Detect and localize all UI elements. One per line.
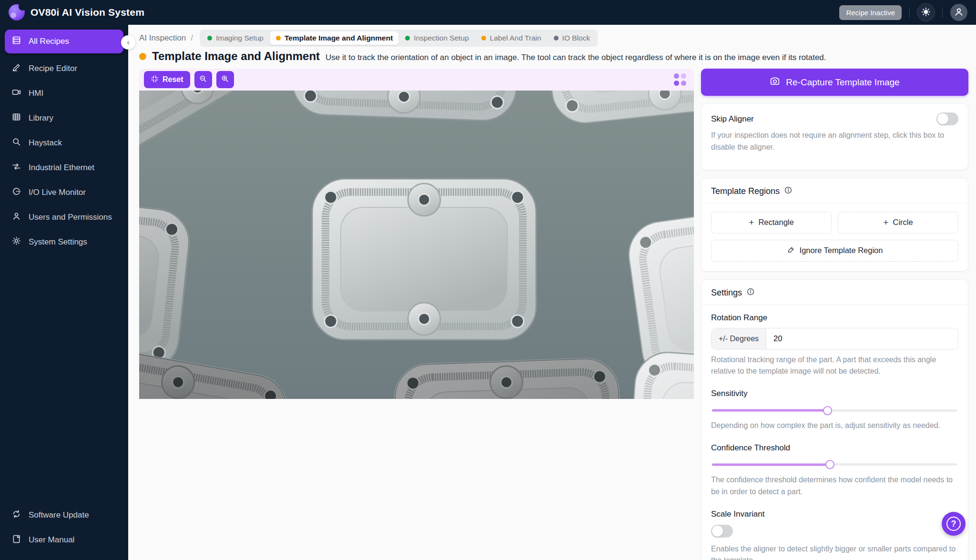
page-subtitle: Use it to track the orientation of an ob… <box>325 53 826 62</box>
fit-view-icon <box>151 75 159 85</box>
degrees-prefix: +/- Degrees <box>712 328 766 349</box>
marker-pen-icon <box>787 245 795 256</box>
step-status-dot <box>481 36 486 41</box>
plus-icon: + <box>749 218 754 227</box>
reset-view-button[interactable]: Reset <box>144 71 190 88</box>
sidebar-item-label: Software Update <box>29 510 89 520</box>
breadcrumb-separator: / <box>191 33 193 43</box>
grid-icon <box>11 112 21 124</box>
rotation-range-input[interactable] <box>766 328 958 349</box>
scale-invariant-label: Scale Invariant <box>711 509 958 519</box>
step-status-dot <box>405 36 410 41</box>
ignore-template-region-button[interactable]: Ignore Template Region <box>711 240 958 262</box>
confidence-threshold-slider[interactable] <box>712 459 957 470</box>
add-circle-region-button[interactable]: + Circle <box>838 212 958 234</box>
info-icon[interactable] <box>746 287 755 298</box>
sidebar-item-label: System Settings <box>29 237 87 247</box>
app-logo-icon <box>9 4 25 20</box>
sidebar: All Recipes Recipe Editor HMI <box>0 25 128 560</box>
step-inspection-setup[interactable]: Inspection Setup <box>399 31 474 45</box>
add-rectangle-region-button[interactable]: + Rectangle <box>711 212 832 234</box>
theme-toggle-button[interactable] <box>917 4 935 21</box>
reset-label: Reset <box>163 75 183 84</box>
page-status-dot <box>139 53 146 60</box>
sun-icon <box>921 7 931 18</box>
topbar-actions: Recipe Inactive <box>839 4 967 21</box>
zoom-in-button[interactable] <box>216 71 234 88</box>
skip-aligner-label: Skip Aligner <box>711 114 754 124</box>
sensitivity-slider[interactable] <box>712 405 957 416</box>
sidebar-item-label: Haystack <box>29 138 62 148</box>
step-label: Inspection Setup <box>414 34 468 42</box>
zoom-out-icon <box>199 74 207 85</box>
sidebar-item-label: Users and Permissions <box>29 213 112 222</box>
settings-title: Settings <box>711 288 742 298</box>
info-icon[interactable] <box>784 186 793 197</box>
sidebar-item-software-update[interactable]: Software Update <box>5 503 123 528</box>
breadcrumb-root[interactable]: AI Inspection <box>139 33 186 43</box>
ignore-region-label: Ignore Template Region <box>800 246 883 255</box>
video-camera-icon <box>11 87 21 100</box>
app-title: OV80i AI Vision System <box>30 7 144 18</box>
circle-label: Circle <box>893 218 913 227</box>
confidence-threshold-group: Confidence Threshold The confidence thre… <box>711 443 958 498</box>
template-regions-card: Template Regions + Rectangle <box>701 178 968 272</box>
template-regions-title: Template Regions <box>711 186 780 196</box>
step-template-image-alignment[interactable]: Template Image and Alignment <box>270 31 398 45</box>
scale-invariant-toggle[interactable] <box>711 525 733 538</box>
sidebar-item-industrial-ethernet[interactable]: Industrial Ethernet <box>5 155 123 180</box>
step-label-and-train[interactable]: Label And Train <box>476 31 547 45</box>
step-io-block[interactable]: IO Block <box>548 31 596 45</box>
sidebar-item-label: User Manual <box>29 535 74 545</box>
sidebar-item-user-manual[interactable]: User Manual <box>5 528 123 552</box>
main-content: AI Inspection / Imaging Setup Template I… <box>128 25 976 560</box>
sidebar-item-label: HMI <box>29 89 43 98</box>
brand: OV80i AI Vision System <box>9 4 144 20</box>
sidebar-item-users-permissions[interactable]: Users and Permissions <box>5 205 123 230</box>
chevron-left-icon: ‹ <box>127 38 130 47</box>
sidebar-item-io-live-monitor[interactable]: I/O Live Monitor <box>5 180 123 205</box>
sidebar-item-label: Industrial Ethernet <box>29 163 94 173</box>
search-icon <box>11 137 21 149</box>
sidebar-item-library[interactable]: Library <box>5 106 123 131</box>
skip-aligner-toggle[interactable] <box>936 112 958 125</box>
sidebar-collapse-button[interactable]: ‹ <box>121 35 135 50</box>
settings-panel: Re-Capture Template Image Skip Aligner I… <box>701 69 968 560</box>
io-monitor-icon <box>11 186 21 199</box>
breadcrumb: AI Inspection / Imaging Setup Template I… <box>139 29 968 48</box>
camera-icon <box>770 76 780 89</box>
top-bar: OV80i AI Vision System Recipe Inactive <box>0 0 976 25</box>
step-label: Label And Train <box>490 34 541 42</box>
recapture-template-button[interactable]: Re-Capture Template Image <box>701 69 968 96</box>
user-avatar-button[interactable] <box>950 4 967 21</box>
sidebar-item-label: Recipe Editor <box>29 64 77 73</box>
step-status-dot <box>554 36 559 41</box>
sidebar-item-recipe-editor[interactable]: Recipe Editor <box>5 56 123 81</box>
confidence-threshold-description: The confidence threshold determines how … <box>711 474 958 498</box>
rotation-range-group: Rotation Range +/- Degrees Rotational tr… <box>711 313 958 378</box>
template-image-canvas[interactable] <box>139 91 694 399</box>
confidence-threshold-label: Confidence Threshold <box>711 443 958 453</box>
confidence-threshold-slider-thumb[interactable] <box>825 460 834 469</box>
app-window: OV80i AI Vision System Recipe Inactive <box>0 0 976 560</box>
user-icon <box>11 211 21 224</box>
rotation-range-description: Rotational tracking range of the part. A… <box>711 354 958 378</box>
step-label: Imaging Setup <box>216 34 264 42</box>
step-imaging-setup[interactable]: Imaging Setup <box>202 31 269 45</box>
ethernet-arrows-icon <box>11 162 21 174</box>
sidebar-item-haystack[interactable]: Haystack <box>5 131 123 155</box>
zoom-out-button[interactable] <box>194 71 212 88</box>
recipes-icon <box>11 35 21 48</box>
aligner-settings-card: Settings Rotation Range +/- Degrees <box>701 279 968 560</box>
gear-icon <box>11 236 21 248</box>
sidebar-item-all-recipes[interactable]: All Recipes <box>5 30 123 53</box>
sidebar-item-hmi[interactable]: HMI <box>5 81 123 106</box>
canvas-toolbar: Reset <box>139 69 694 91</box>
recipe-status-badge: Recipe Inactive <box>839 5 902 20</box>
sidebar-item-system-settings[interactable]: System Settings <box>5 230 123 255</box>
sensitivity-slider-thumb[interactable] <box>823 406 832 415</box>
refresh-icon <box>11 509 21 521</box>
help-button[interactable]: ? <box>942 512 966 536</box>
step-label: Template Image and Alignment <box>285 34 393 42</box>
sidebar-footer: Software Update User Manual <box>5 503 123 552</box>
